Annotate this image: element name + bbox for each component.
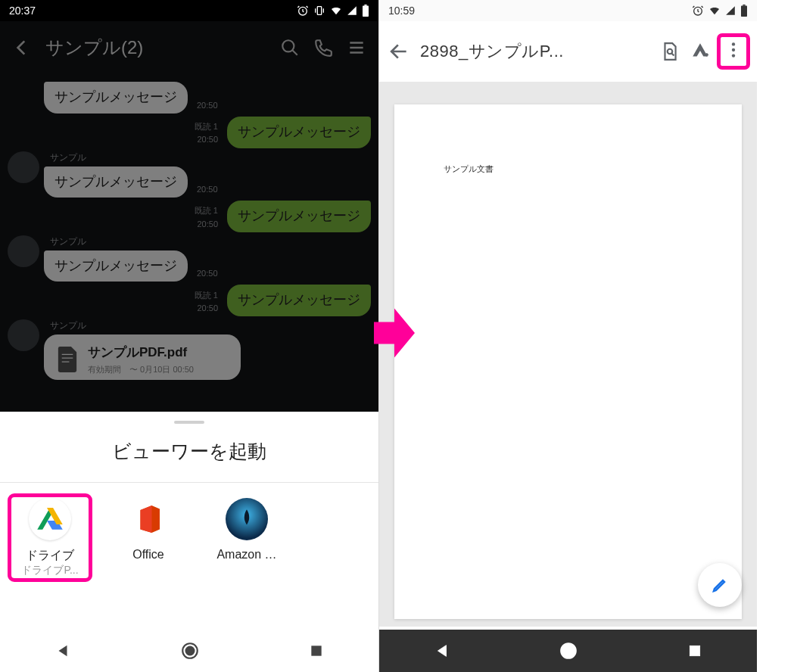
drive-add-icon[interactable] [690, 42, 710, 61]
arrow-right-icon [374, 303, 415, 363]
drive-header: 2898_サンプルP... [379, 21, 757, 82]
file-name: サンプルPDF.pdf [88, 344, 229, 361]
status-icons [692, 5, 748, 17]
signal-icon [725, 5, 736, 16]
message-out[interactable]: 既読 1 20:50 サンプルメッセージ [8, 285, 371, 316]
svg-point-17 [565, 647, 573, 655]
avatar [8, 235, 39, 267]
app-option-office[interactable]: Office [111, 498, 186, 577]
message-out[interactable]: 既読 1 20:50 サンプルメッセージ [8, 117, 371, 148]
pencil-icon [711, 576, 729, 594]
wifi-icon [708, 5, 721, 17]
svg-rect-3 [364, 5, 366, 6]
sender-name: サンプル [50, 319, 241, 332]
chat-title: サンプル(2) [45, 36, 266, 60]
more-button-highlight [721, 37, 746, 66]
find-in-page-icon[interactable] [660, 42, 680, 61]
file-icon [56, 347, 79, 372]
transition-arrow [374, 303, 411, 366]
svg-rect-2 [363, 6, 369, 17]
status-bar: 10:59 [379, 0, 757, 21]
app-label: ドライブ [12, 548, 88, 564]
edit-fab[interactable] [698, 563, 742, 607]
avatar [8, 319, 39, 351]
back-icon[interactable] [12, 38, 32, 58]
nav-home-icon[interactable] [559, 641, 578, 661]
message-read: 既読 1 [195, 206, 218, 216]
app-sublabel: ドライブP... [12, 564, 88, 577]
message-in[interactable]: サンプル サンプルメッセージ 20:50 [8, 151, 371, 198]
menu-icon[interactable] [347, 38, 366, 58]
message-time: 20:50 [195, 135, 218, 145]
message-bubble: サンプルメッセージ [44, 250, 188, 282]
vibrate-icon [313, 5, 325, 17]
app-list: ドライブ ドライブP... Office Amazon … [0, 483, 378, 593]
back-icon[interactable] [390, 42, 409, 61]
system-nav-bar [379, 630, 757, 672]
search-icon[interactable] [280, 38, 300, 58]
message-bubble: サンプルメッセージ [44, 82, 188, 114]
kindle-icon [226, 498, 268, 540]
svg-rect-8 [311, 646, 321, 655]
message-bubble: サンプルメッセージ [227, 201, 371, 232]
status-icons [297, 5, 369, 17]
sender-name: サンプル [50, 151, 223, 164]
message-time: 20:50 [197, 185, 218, 194]
svg-rect-1 [317, 7, 321, 15]
more-vert-icon[interactable] [724, 40, 743, 60]
app-option-kindle[interactable]: Amazon … [209, 498, 285, 577]
pdf-viewer[interactable]: サンプル文書 [379, 82, 757, 627]
pdf-page[interactable]: サンプル文書 [394, 104, 742, 619]
document-text: サンプル文書 [444, 163, 494, 175]
messages-list: サンプルメッセージ 20:50 既読 1 20:50 サンプルメッセー [0, 74, 378, 380]
app-chooser-sheet: ビューワーを起動 ドライブ ドライブP... Office [0, 412, 378, 630]
message-in[interactable]: サンプルメッセージ 20:50 [8, 82, 371, 114]
call-icon[interactable] [313, 38, 333, 58]
drive-icon [29, 498, 71, 540]
message-read: 既読 1 [195, 291, 218, 300]
svg-point-4 [282, 40, 294, 51]
left-phone-screenshot: 20:37 サンプル(2) [0, 0, 378, 672]
nav-recent-icon[interactable] [309, 643, 324, 658]
svg-point-14 [732, 48, 735, 51]
signal-icon [347, 5, 357, 16]
nav-home-icon[interactable] [180, 641, 200, 661]
message-read: 既読 1 [195, 122, 218, 132]
svg-point-5 [245, 512, 248, 515]
svg-point-15 [732, 54, 735, 57]
chat-area: サンプル(2) サンプルメッセージ 20:50 [0, 21, 378, 412]
right-phone-screenshot: 10:59 2898_サンプルP... サンプル文書 [378, 0, 757, 672]
battery-icon [740, 5, 748, 17]
message-bubble: サンプルメッセージ [44, 166, 188, 198]
svg-rect-18 [690, 646, 699, 655]
svg-point-13 [732, 42, 735, 45]
nav-back-icon[interactable] [54, 642, 71, 659]
nav-back-icon[interactable] [434, 642, 450, 659]
wifi-icon [330, 5, 342, 17]
alarm-icon [692, 5, 704, 17]
app-label: Amazon … [209, 548, 285, 562]
alarm-icon [297, 5, 309, 17]
office-icon [127, 498, 170, 540]
file-expiry: 有効期間 〜 0月10日 00:50 [88, 364, 229, 375]
message-time: 20:50 [195, 303, 218, 313]
sheet-handle[interactable] [174, 421, 204, 424]
message-time: 20:50 [197, 269, 218, 278]
message-out[interactable]: 既読 1 20:50 サンプルメッセージ [8, 201, 371, 232]
app-option-drive[interactable]: ドライブ ドライブP... [12, 498, 88, 577]
message-time: 20:50 [197, 101, 218, 110]
message-time: 20:50 [195, 219, 218, 229]
status-time: 10:59 [388, 5, 415, 17]
app-label: Office [111, 548, 186, 562]
message-bubble: サンプルメッセージ [227, 117, 371, 148]
status-bar: 20:37 [0, 0, 378, 21]
svg-rect-10 [741, 6, 747, 17]
file-bubble[interactable]: サンプルPDF.pdf 有効期間 〜 0月10日 00:50 [44, 334, 241, 380]
nav-recent-icon[interactable] [687, 643, 702, 658]
sender-name: サンプル [50, 235, 223, 248]
document-title: 2898_サンプルP... [420, 40, 649, 63]
battery-icon [362, 5, 369, 17]
file-message[interactable]: サンプル サンプルPDF.pdf 有効期間 〜 0月10日 00:50 [8, 319, 371, 380]
svg-point-7 [186, 647, 195, 655]
message-in[interactable]: サンプル サンプルメッセージ 20:50 [8, 235, 371, 282]
